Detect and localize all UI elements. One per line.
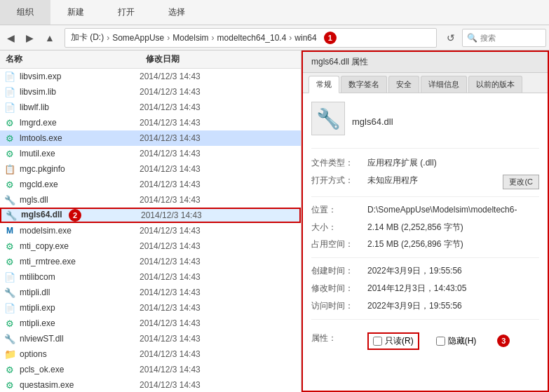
list-item[interactable]: ⚙ mtipli.exe 2014/12/3 14:43: [0, 316, 301, 331]
file-display-name: mgls64.dll: [352, 116, 393, 127]
file-icon: 📄: [3, 270, 17, 284]
divider-2: [311, 257, 539, 258]
folder-icon: 📁: [3, 347, 17, 361]
tab-security[interactable]: 安全: [388, 76, 419, 93]
tab-details[interactable]: 详细信息: [421, 76, 467, 93]
file-date: 2014/12/3 14:43: [140, 102, 301, 112]
hidden-checkbox-container[interactable]: 隐藏(H): [431, 332, 482, 350]
file-icon: ⚙: [3, 316, 17, 330]
search-input[interactable]: [480, 34, 536, 42]
refresh-button[interactable]: ↺: [442, 31, 459, 45]
list-item[interactable]: 📄 mtipli.exp 2014/12/3 14:43: [0, 300, 301, 316]
prop-location-row: 位置： D:\SomeAppUse\Modelsim\modeltech6-: [311, 204, 539, 216]
crumb-win64[interactable]: win64: [294, 33, 316, 43]
list-item[interactable]: 📁 options 2014/12/3 14:43: [0, 346, 301, 362]
file-icon: M: [3, 224, 17, 238]
tab-general[interactable]: 常规: [309, 76, 339, 93]
select-button[interactable]: 选择: [151, 0, 202, 25]
file-name: mgcld.exe: [17, 180, 140, 189]
prop-open-label: 打开方式：: [311, 175, 367, 187]
prop-accessed-label: 访问时间：: [311, 300, 367, 312]
list-item[interactable]: ⚙ pcls_ok.exe 2014/12/3 14:43: [0, 362, 301, 377]
prop-location-value: D:\SomeAppUse\Modelsim\modeltech6-: [367, 204, 539, 216]
prop-created-row: 创建时间： 2022年3月9日，19:55:56: [311, 265, 539, 277]
prop-open-row: 打开方式： 未知应用程序 更改(C: [311, 175, 539, 189]
attr-checkboxes: 只读(R) 隐藏(H) 3: [367, 332, 510, 350]
prop-accessed-value: 2022年3月9日，19:55:56: [367, 300, 539, 312]
list-item[interactable]: ⚙ lmgrd.exe 2014/12/3 14:43: [0, 115, 301, 130]
props-content: 🔧 mgls64.dll 文件类型： 应用程序扩展 (.dll) 打开方式： 未…: [303, 93, 548, 391]
prop-created-value: 2022年3月9日，19:55:56: [367, 265, 539, 277]
file-icon: 📄: [3, 100, 17, 114]
up-button[interactable]: ▲: [41, 31, 59, 45]
readonly-checkbox-container[interactable]: 只读(R): [367, 332, 419, 350]
prop-open-value: 未知应用程序: [367, 175, 497, 187]
file-date: 2014/12/3 14:43: [140, 334, 301, 344]
props-title: mgls64.dll 属性: [303, 52, 548, 73]
list-item[interactable]: 📄 libwlf.lib 2014/12/3 14:43: [0, 100, 301, 115]
file-date: 2014/12/3 14:43: [140, 257, 301, 266]
file-icon: 📄: [3, 301, 17, 315]
list-item[interactable]: 📄 mtilibcom 2014/12/3 14:43: [0, 269, 301, 285]
file-date: 2014/12/3 14:43: [140, 303, 301, 313]
file-name: mgls64.dll 2: [18, 209, 141, 222]
list-item[interactable]: ⚙ lmutil.exe 2014/12/3 14:43: [0, 146, 301, 161]
address-bar[interactable]: 加卡 (D:) › SomeAppUse › Modelsim › modelt…: [65, 28, 437, 48]
crumb-drive[interactable]: 加卡 (D:): [71, 32, 104, 43]
list-item[interactable]: M modelsim.exe 2014/12/3 14:43: [0, 223, 301, 238]
list-item[interactable]: ⚙ mti_copy.exe 2014/12/3 14:43: [0, 238, 301, 254]
hidden-checkbox[interactable]: [436, 337, 445, 346]
organize-button[interactable]: 组织: [0, 0, 50, 25]
search-box[interactable]: 🔍: [462, 29, 546, 47]
file-icon: ⚙: [3, 255, 17, 269]
list-item[interactable]: ⚙ questasim.exe 2014/12/3 14:43: [0, 377, 301, 392]
prop-size-value: 2.14 MB (2,252,856 字节): [367, 222, 539, 234]
file-date: 2014/12/3 14:43: [140, 164, 301, 174]
file-icon: 🔧: [3, 332, 17, 346]
file-list-header: 名称 修改日期: [0, 50, 301, 69]
list-item[interactable]: 🔧 mgls.dll 2014/12/3 14:43: [0, 192, 301, 208]
file-name: mgls.dll: [17, 195, 140, 205]
file-name: mgc.pkginfo: [17, 164, 140, 174]
list-item[interactable]: 🔧 nlviewST.dll 2014/12/3 14:43: [0, 331, 301, 346]
list-item[interactable]: ⚙ mti_rmtree.exe 2014/12/3 14:43: [0, 254, 301, 269]
file-date: 2014/12/3 14:43: [140, 87, 301, 97]
file-date: 2014/12/3 14:43: [140, 288, 301, 297]
properties-panel: mgls64.dll 属性 常规 数字签名 安全 详细信息 以前的版本 🔧 mg…: [301, 50, 549, 392]
file-icon: 🔧: [3, 193, 17, 207]
file-name: lmtools.exe: [17, 133, 140, 143]
list-item[interactable]: ⚙ mgcld.exe 2014/12/3 14:43: [0, 177, 301, 192]
crumb-modeltech[interactable]: modeltech64_10.4: [217, 33, 287, 43]
file-icon: ⚙: [3, 177, 17, 191]
tab-digital-signature[interactable]: 数字签名: [341, 76, 387, 93]
prop-modified-row: 修改时间： 2014年12月3日，14:43:05: [311, 283, 539, 295]
list-item-mgls64[interactable]: 🔧 mgls64.dll 2 2014/12/3 14:43: [0, 208, 301, 223]
crumb-modelsim[interactable]: Modelsim: [172, 33, 208, 43]
file-icon: 📋: [3, 162, 17, 176]
open-button[interactable]: 打开: [101, 0, 151, 25]
list-item[interactable]: 📄 libvsim.exp 2014/12/3 14:43: [0, 69, 301, 84]
list-item[interactable]: 🔧 mtipli.dll 2014/12/3 14:43: [0, 285, 301, 300]
list-item[interactable]: 📋 mgc.pkginfo 2014/12/3 14:43: [0, 161, 301, 177]
new-button[interactable]: 新建: [50, 0, 101, 25]
file-name: pcls_ok.exe: [17, 365, 140, 374]
forward-button[interactable]: ▶: [22, 31, 38, 45]
file-icon: 🔧: [4, 208, 18, 222]
prop-disk-label: 占用空间：: [311, 238, 367, 250]
readonly-checkbox[interactable]: [373, 337, 382, 346]
prop-modified-label: 修改时间：: [311, 283, 367, 295]
back-button[interactable]: ◀: [3, 31, 19, 45]
address-bar-container: ◀ ▶ ▲ 加卡 (D:) › SomeAppUse › Modelsim › …: [0, 25, 549, 50]
file-panel: 名称 修改日期 📄 libvsim.exp 2014/12/3 14:43 📄 …: [0, 50, 301, 392]
list-item[interactable]: ⚙ lmtools.exe 2014/12/3 14:43: [0, 130, 301, 146]
file-icon: 📄: [3, 69, 17, 83]
file-date: 2014/12/3 14:43: [140, 226, 301, 236]
col-date-header: 修改日期: [140, 53, 301, 65]
change-button[interactable]: 更改(C: [503, 175, 539, 189]
crumb-someappuse[interactable]: SomeAppUse: [112, 33, 164, 43]
prop-location-label: 位置：: [311, 204, 367, 216]
file-name: lmgrd.exe: [17, 118, 140, 128]
tab-previous-versions[interactable]: 以前的版本: [468, 76, 522, 93]
file-date: 2014/12/3 14:43: [140, 365, 301, 374]
list-item[interactable]: 📄 libvsim.lib 2014/12/3 14:43: [0, 84, 301, 100]
